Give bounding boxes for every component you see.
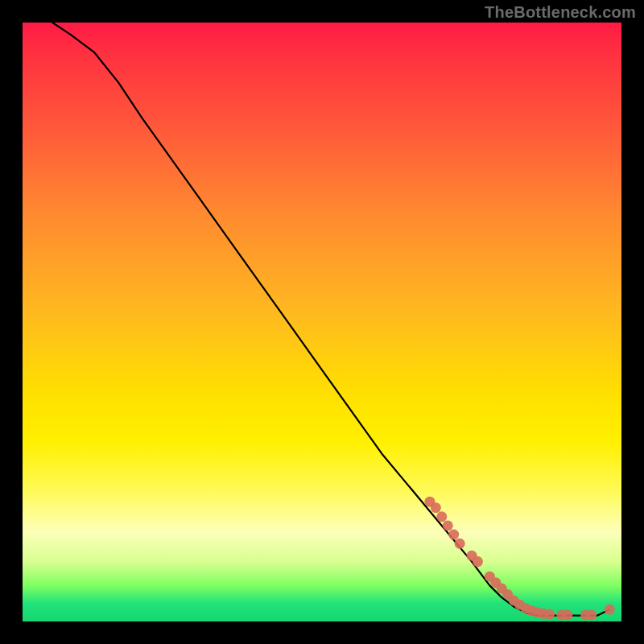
marker-dot [586, 609, 597, 620]
chart-overlay [23, 23, 621, 621]
marker-dot [455, 539, 465, 549]
marker-dot [448, 530, 459, 540]
marker-dot [443, 520, 453, 530]
plot-area [23, 23, 621, 621]
marker-dot [544, 609, 555, 620]
watermark-label: TheBottleneck.com [485, 3, 636, 22]
highlight-markers [424, 497, 614, 621]
marker-dot [436, 511, 447, 522]
marker-dot [605, 605, 615, 615]
curve-line [52, 23, 609, 616]
marker-dot [563, 609, 573, 620]
marker-dot [431, 502, 441, 513]
chart-container: TheBottleneck.com [0, 0, 644, 644]
marker-dot [473, 556, 483, 567]
